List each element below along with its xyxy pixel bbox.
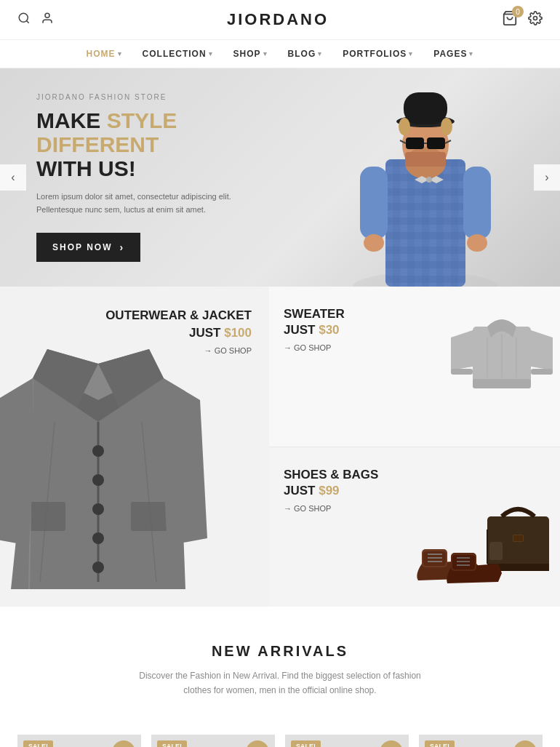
svg-rect-18	[427, 137, 445, 149]
outerwear-title: OUTERWEAR & JACKET	[0, 308, 252, 323]
header-left-icons	[17, 12, 54, 28]
svg-point-32	[92, 474, 104, 486]
header: JIORDANO 0	[0, 0, 560, 40]
slider-next-button[interactable]: ›	[534, 164, 560, 191]
chevron-down-icon: ▾	[469, 50, 473, 57]
chevron-down-icon: ▾	[118, 50, 122, 57]
hero-section: JIORDANO FASHION STORE MAKE STYLE DIFFER…	[0, 68, 560, 287]
chevron-down-icon: ▾	[409, 50, 413, 57]
chevron-down-icon: ▾	[209, 50, 213, 57]
svg-point-25	[441, 118, 452, 135]
nav-item-shop[interactable]: SHOP ▾	[233, 49, 268, 59]
sale-badge-4: SALE!	[425, 740, 455, 747]
product-grid: SALE! -18% SALE! -20%	[0, 735, 560, 747]
svg-point-0	[19, 13, 28, 22]
shop-now-button[interactable]: SHOP NOW ›	[36, 233, 140, 262]
svg-point-4	[534, 17, 537, 20]
slider-prev-button[interactable]: ‹	[0, 164, 26, 191]
product-card-3[interactable]: SALE! -19%	[285, 735, 409, 747]
new-arrivals-title: NEW ARRIVALS	[22, 643, 538, 660]
chevron-down-icon: ▾	[318, 50, 322, 57]
product-card-1[interactable]: SALE! -18%	[17, 735, 141, 747]
svg-point-24	[399, 118, 410, 135]
hero-store-name: JIORDANO FASHION STORE	[36, 93, 269, 101]
sale-badge-2: SALE!	[157, 740, 187, 747]
svg-rect-17	[406, 137, 424, 149]
nav-item-blog[interactable]: BLOG ▾	[288, 49, 323, 59]
main-nav: HOME ▾ COLLECTION ▾ SHOP ▾ BLOG ▾ PORTFO…	[0, 40, 560, 68]
shoes-bags-image	[415, 495, 560, 599]
hero-content: JIORDANO FASHION STORE MAKE STYLE DIFFER…	[0, 68, 305, 287]
new-arrivals-section: NEW ARRIVALS Discover the Fashion in New…	[0, 607, 560, 735]
svg-rect-26	[360, 167, 388, 239]
svg-rect-48	[513, 535, 523, 541]
hero-subtitle: Lorem ipsum dolor sit amet, consectetur …	[36, 191, 269, 216]
svg-point-16	[426, 177, 432, 183]
arrow-icon: ›	[119, 241, 124, 253]
shoes-title: SHOES & BAGS	[284, 468, 545, 482]
site-logo[interactable]: JIORDANO	[227, 10, 329, 29]
nav-item-home[interactable]: HOME ▾	[87, 49, 122, 59]
hero-model-image	[320, 72, 531, 287]
chevron-down-icon: ▾	[263, 50, 268, 57]
sale-badge-3: SALE!	[291, 740, 321, 747]
search-icon[interactable]	[17, 12, 31, 28]
svg-rect-52	[423, 551, 446, 566]
product-card-4[interactable]: SALE! -32%	[419, 735, 543, 747]
nav-item-pages[interactable]: PAGES ▾	[433, 49, 473, 59]
svg-rect-39	[473, 379, 531, 388]
sale-badge-1: SALE!	[23, 740, 53, 747]
category-sweater: SWEATER JUST $30 → GO SHOP	[269, 287, 560, 447]
svg-point-31	[92, 445, 104, 457]
svg-point-2	[45, 13, 49, 17]
settings-icon[interactable]	[528, 11, 543, 28]
svg-point-33	[92, 503, 104, 515]
svg-rect-40	[451, 369, 473, 375]
svg-rect-13	[405, 152, 446, 167]
svg-rect-23	[404, 92, 447, 124]
svg-line-1	[26, 20, 28, 23]
header-right-icons: 0	[502, 10, 543, 29]
svg-rect-27	[463, 167, 491, 239]
nav-item-portfolios[interactable]: PORTFOLIOS ▾	[343, 49, 413, 59]
svg-point-28	[364, 234, 384, 252]
new-arrivals-subtitle: Discover the Fashion in New Arrival. Fin…	[127, 668, 433, 698]
coat-image	[0, 335, 207, 607]
svg-point-34	[92, 532, 104, 544]
user-icon[interactable]	[41, 12, 54, 28]
nav-item-collection[interactable]: COLLECTION ▾	[143, 49, 213, 59]
product-card-2[interactable]: SALE! -20%	[151, 735, 275, 747]
svg-rect-41	[531, 369, 553, 375]
category-grid: OUTERWEAR & JACKET JUST $100 → GO SHOP	[0, 287, 560, 607]
svg-point-35	[92, 562, 104, 573]
svg-rect-57	[452, 555, 475, 570]
sweater-image	[451, 297, 553, 395]
svg-rect-49	[489, 542, 503, 560]
cart-badge: 0	[512, 6, 524, 17]
svg-point-29	[467, 234, 487, 252]
category-outerwear: OUTERWEAR & JACKET JUST $100 → GO SHOP	[0, 287, 269, 607]
cart-button[interactable]: 0	[502, 10, 518, 29]
hero-title: MAKE STYLE DIFFERENT WITH US!	[36, 108, 269, 180]
category-shoes-bags: SHOES & BAGS JUST $99 → GO SHOP	[269, 447, 560, 607]
category-right-col: SWEATER JUST $30 → GO SHOP	[269, 287, 560, 607]
